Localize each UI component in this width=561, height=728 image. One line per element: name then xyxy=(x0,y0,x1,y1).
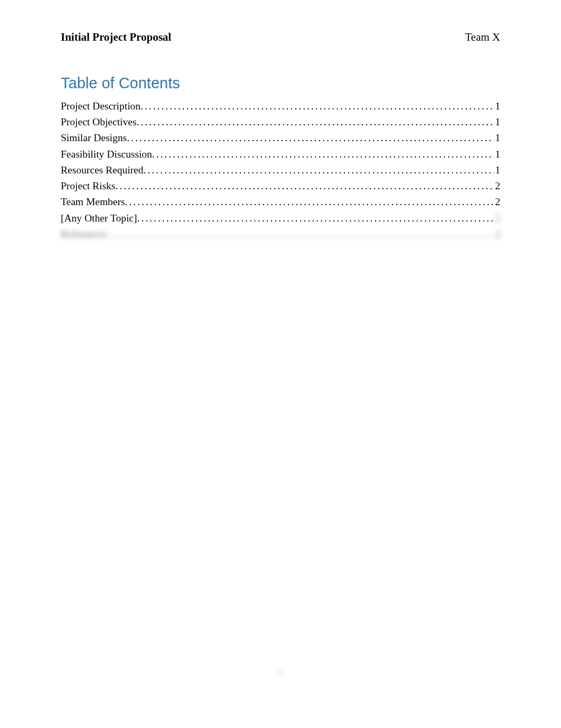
toc-entry[interactable]: Team Members2 xyxy=(61,194,500,210)
toc-entry[interactable]: Similar Designs1 xyxy=(61,130,500,146)
toc-entry-label: Project Objectives xyxy=(61,114,137,130)
toc-leader-dots xyxy=(125,194,494,210)
toc-list: Project Description1Project Objectives1S… xyxy=(61,98,500,242)
toc-leader-dots xyxy=(115,178,494,194)
toc-entry[interactable]: References2 xyxy=(61,226,500,242)
toc-entry-label: Project Risks xyxy=(61,178,115,194)
toc-entry[interactable]: [Any Other Topic]2 xyxy=(61,210,500,226)
toc-heading: Table of Contents xyxy=(61,75,500,92)
toc-leader-dots xyxy=(141,98,494,114)
toc-entry-page: 2 xyxy=(494,194,500,210)
header-title-right: Team X xyxy=(465,31,500,44)
document-header: Initial Project Proposal Team X xyxy=(61,31,500,44)
toc-entry-page: 1 xyxy=(494,162,500,178)
toc-entry-page: 1 xyxy=(494,98,500,114)
toc-entry-page: 1 xyxy=(494,114,500,130)
toc-entry-page: 2 xyxy=(494,178,500,194)
toc-leader-dots xyxy=(144,162,494,178)
toc-entry-page: 2 xyxy=(494,210,500,226)
toc-entry[interactable]: Project Risks2 xyxy=(61,178,500,194)
page-number-footer: ii xyxy=(278,666,284,678)
toc-entry-label: Project Description xyxy=(61,98,141,114)
toc-entry-label: Team Members xyxy=(61,194,125,210)
toc-leader-dots xyxy=(152,146,494,162)
toc-leader-dots xyxy=(137,210,494,226)
toc-entry[interactable]: Project Objectives1 xyxy=(61,114,500,130)
toc-entry-label: Similar Designs xyxy=(61,130,127,146)
toc-leader-dots xyxy=(137,114,494,130)
toc-entry-page: 1 xyxy=(494,130,500,146)
toc-entry-label: References xyxy=(61,226,107,242)
toc-entry[interactable]: Feasibility Discussion1 xyxy=(61,146,500,162)
toc-entry-label: [Any Other Topic] xyxy=(61,210,137,226)
toc-entry-label: Resources Required xyxy=(61,162,144,178)
toc-leader-dots xyxy=(107,226,494,242)
toc-entry[interactable]: Project Description1 xyxy=(61,98,500,114)
toc-entry-page: 2 xyxy=(494,226,500,242)
toc-entry-label: Feasibility Discussion xyxy=(61,146,152,162)
toc-entry-page: 1 xyxy=(494,146,500,162)
toc-entry[interactable]: Resources Required1 xyxy=(61,162,500,178)
header-title-left: Initial Project Proposal xyxy=(61,31,171,44)
toc-leader-dots xyxy=(127,130,494,146)
